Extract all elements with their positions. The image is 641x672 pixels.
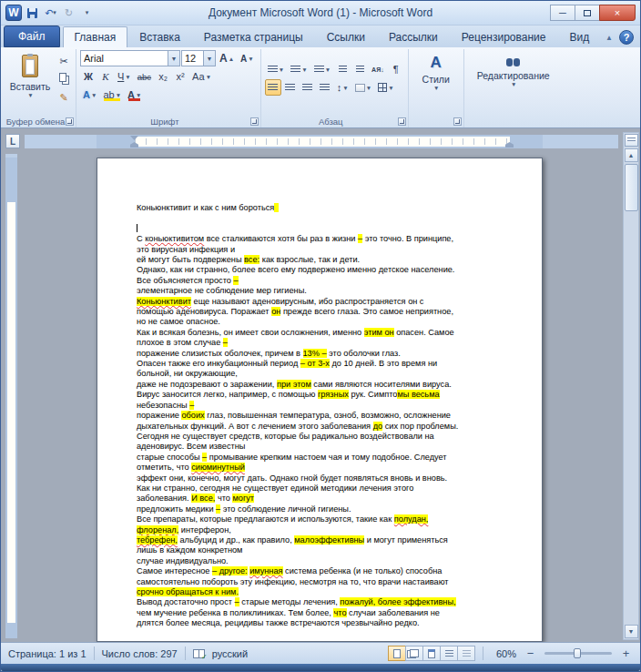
print-layout-icon bbox=[393, 649, 401, 658]
line-spacing-button[interactable]: ↕▼ bbox=[334, 79, 351, 96]
draft-view-button[interactable] bbox=[457, 646, 475, 661]
document-line: тебрефен, альбуцид и др., как правило, м… bbox=[137, 535, 511, 545]
clipboard-dialog-launcher[interactable] bbox=[66, 117, 74, 126]
chevron-down-icon[interactable]: ▼ bbox=[168, 51, 179, 66]
tab-Рецензирование[interactable]: Рецензирование bbox=[450, 26, 558, 47]
horizontal-ruler[interactable] bbox=[25, 135, 618, 148]
text-effects-button[interactable]: А▼ bbox=[80, 87, 99, 103]
outline-view-button[interactable] bbox=[440, 646, 458, 661]
line-spacing-icon: ↕ bbox=[337, 82, 342, 93]
format-painter-icon: ✎ bbox=[59, 92, 67, 104]
word-app-icon[interactable]: W bbox=[5, 5, 22, 21]
align-right-icon bbox=[302, 84, 312, 92]
undo-button[interactable]: ↶▾ bbox=[43, 5, 58, 21]
text-highlight-color-button[interactable]: ab▼ bbox=[100, 87, 124, 103]
grow-font-icon: А bbox=[219, 52, 228, 65]
sort-button[interactable]: АЯ↓ bbox=[369, 61, 387, 77]
shading-icon bbox=[355, 84, 365, 92]
document-line: Все препараты, которые предлагаются и ис… bbox=[137, 514, 511, 524]
full-screen-reading-button[interactable] bbox=[405, 646, 423, 661]
zoom-level-label[interactable]: 60% bbox=[491, 648, 516, 659]
tab-Ссылки[interactable]: Ссылки bbox=[315, 26, 377, 47]
vertical-ruler[interactable] bbox=[5, 154, 17, 638]
font-color-button[interactable]: А▼ bbox=[125, 87, 144, 103]
vertical-ruler-text-zone bbox=[7, 202, 15, 623]
tab-Вставка[interactable]: Вставка bbox=[127, 26, 192, 47]
clipboard-group: Вставить ▼ ✂ ✎ Буфер обмена bbox=[3, 49, 76, 127]
tab-Вид[interactable]: Вид bbox=[557, 26, 601, 47]
styles-button[interactable]: А Стили ▼ bbox=[412, 50, 460, 114]
align-right-button[interactable] bbox=[300, 79, 316, 96]
paste-button[interactable]: Вставить ▼ bbox=[6, 50, 54, 114]
page-count-label[interactable]: Страница: 1 из 1 bbox=[8, 648, 86, 659]
tab-selector[interactable]: L bbox=[5, 134, 20, 148]
align-center-button[interactable] bbox=[282, 79, 299, 96]
document-line: Коньюнктивит и как с ним бороться bbox=[137, 203, 511, 213]
document-line: длятся более месяца, рецидивы также встр… bbox=[137, 618, 511, 628]
strikethrough-button[interactable]: abc bbox=[135, 68, 154, 85]
document-line: случае индивидуально. bbox=[137, 556, 511, 566]
document-line: чем мучение ребенка в поликлиниках. Тем … bbox=[137, 608, 511, 618]
zoom-slider-thumb[interactable] bbox=[574, 648, 581, 658]
zoom-slider[interactable] bbox=[544, 652, 612, 655]
qat-customize-button[interactable]: ▾ bbox=[79, 5, 95, 21]
language-label[interactable]: русский bbox=[212, 648, 248, 659]
tab-Главная[interactable]: Главная bbox=[63, 26, 128, 47]
numbering-button[interactable]: ▼ bbox=[288, 61, 310, 77]
web-layout-button[interactable] bbox=[422, 646, 441, 661]
vertical-scrollbar[interactable]: ▲ ▼ bbox=[623, 132, 639, 640]
editing-button[interactable]: Редактирование ▼ bbox=[468, 50, 559, 114]
scroll-down-button[interactable]: ▼ bbox=[625, 625, 638, 638]
styles-dialog-launcher[interactable] bbox=[453, 117, 462, 126]
shading-button[interactable]: ▼ bbox=[352, 79, 374, 96]
tab-Рассылки[interactable]: Рассылки bbox=[377, 26, 450, 47]
align-left-button[interactable] bbox=[265, 79, 281, 96]
italic-button[interactable]: К bbox=[97, 68, 114, 85]
help-button[interactable]: ? bbox=[619, 30, 634, 45]
superscript-button[interactable]: x² bbox=[172, 68, 188, 85]
zoom-in-button[interactable]: + bbox=[619, 647, 633, 660]
proofing-status-icon[interactable] bbox=[193, 649, 205, 658]
save-button[interactable] bbox=[25, 5, 40, 21]
font-size-value: 12 bbox=[185, 53, 203, 64]
minimize-button[interactable]: ─ bbox=[550, 5, 575, 21]
copy-button[interactable] bbox=[56, 71, 72, 87]
change-case-button[interactable]: Аа▼ bbox=[189, 68, 214, 85]
font-dialog-launcher[interactable] bbox=[250, 117, 259, 126]
bullets-button[interactable]: ▼ bbox=[265, 61, 287, 77]
font-size-combobox[interactable]: 12 ▼ bbox=[181, 50, 216, 66]
document-line: поражение обоих глаз, повышенная темпера… bbox=[137, 411, 511, 421]
borders-button[interactable]: ▼ bbox=[375, 79, 396, 96]
cut-button[interactable]: ✂ bbox=[56, 53, 72, 69]
show-marks-button[interactable]: ¶ bbox=[388, 61, 404, 77]
clipboard-group-label: Буфер обмена bbox=[3, 117, 68, 127]
multilevel-list-button[interactable]: ▼ bbox=[311, 61, 333, 77]
paragraph-dialog-launcher[interactable] bbox=[398, 117, 406, 126]
tab-Файл[interactable]: Файл bbox=[4, 25, 60, 47]
shrink-font-button[interactable]: А▼ bbox=[238, 50, 257, 66]
increase-indent-button[interactable] bbox=[351, 61, 368, 77]
scrollbar-thumb[interactable] bbox=[625, 164, 638, 211]
document-line bbox=[137, 213, 511, 223]
zoom-out-button[interactable]: − bbox=[524, 647, 537, 660]
scroll-up-button[interactable]: ▲ bbox=[625, 148, 638, 162]
ruler-toggle-button[interactable] bbox=[625, 134, 638, 147]
justify-button[interactable] bbox=[317, 79, 333, 96]
minimize-ribbon-icon[interactable]: ▲ bbox=[605, 34, 613, 42]
print-layout-view-button[interactable] bbox=[388, 646, 406, 661]
bold-button[interactable]: Ж bbox=[80, 68, 97, 85]
grow-font-button[interactable]: А▲ bbox=[217, 50, 237, 66]
restore-button[interactable] bbox=[575, 5, 600, 21]
sort-icon: АЯ↓ bbox=[371, 66, 384, 73]
chevron-down-icon[interactable]: ▼ bbox=[203, 51, 215, 66]
close-button[interactable]: × bbox=[599, 5, 636, 21]
underline-button[interactable]: Ч▼ bbox=[115, 68, 134, 85]
tab-Разметка страницы[interactable]: Разметка страницы bbox=[192, 26, 315, 47]
decrease-indent-button[interactable] bbox=[334, 61, 351, 77]
font-name-combobox[interactable]: Arial ▼ bbox=[80, 50, 180, 66]
redo-button[interactable]: ↻ bbox=[61, 5, 76, 21]
subscript-button[interactable]: x₂ bbox=[155, 68, 171, 85]
document-page[interactable]: Коньюнктивит и как с ним бороться С конь… bbox=[97, 158, 543, 642]
format-painter-button[interactable]: ✎ bbox=[56, 89, 72, 106]
word-count-label[interactable]: Число слов: 297 bbox=[102, 648, 178, 659]
